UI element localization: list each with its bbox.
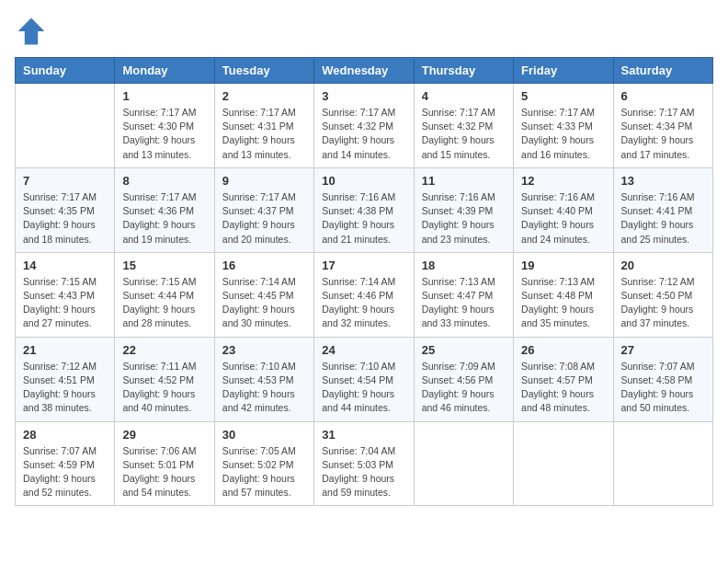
daylight-text: Daylight: 9 hours and 46 minutes. xyxy=(422,388,495,413)
sunrise-text: Sunrise: 7:12 AM xyxy=(621,276,695,287)
calendar-cell: 8 Sunrise: 7:17 AM Sunset: 4:36 PM Dayli… xyxy=(115,167,214,252)
sunset-text: Sunset: 4:58 PM xyxy=(621,374,693,385)
daylight-text: Daylight: 9 hours and 37 minutes. xyxy=(621,304,694,328)
calendar-week-row: 1 Sunrise: 7:17 AM Sunset: 4:30 PM Dayli… xyxy=(16,84,713,168)
sunset-text: Sunset: 4:30 PM xyxy=(122,121,194,132)
day-number: 9 xyxy=(222,174,306,188)
calendar-cell: 1 Sunrise: 7:17 AM Sunset: 4:30 PM Dayli… xyxy=(115,84,214,168)
sunrise-text: Sunrise: 7:07 AM xyxy=(23,445,97,456)
day-number: 18 xyxy=(422,259,506,272)
sunrise-text: Sunrise: 7:14 AM xyxy=(222,276,296,287)
sunrise-text: Sunrise: 7:07 AM xyxy=(621,361,695,372)
daylight-text: Daylight: 9 hours and 44 minutes. xyxy=(322,388,394,413)
sunrise-text: Sunrise: 7:10 AM xyxy=(322,361,395,372)
day-info: Sunrise: 7:11 AM Sunset: 4:52 PM Dayligh… xyxy=(122,360,206,416)
daylight-text: Daylight: 9 hours and 24 minutes. xyxy=(521,219,594,244)
sunset-text: Sunset: 4:59 PM xyxy=(23,459,95,470)
day-number: 2 xyxy=(222,89,306,103)
day-number: 3 xyxy=(322,89,405,103)
calendar-week-row: 21 Sunrise: 7:12 AM Sunset: 4:51 PM Dayl… xyxy=(16,337,713,421)
day-info: Sunrise: 7:12 AM Sunset: 4:51 PM Dayligh… xyxy=(23,360,107,416)
sunrise-text: Sunrise: 7:11 AM xyxy=(122,361,196,372)
sunrise-text: Sunrise: 7:17 AM xyxy=(23,191,97,202)
daylight-text: Daylight: 9 hours and 38 minutes. xyxy=(23,388,96,413)
daylight-text: Daylight: 9 hours and 17 minutes. xyxy=(621,134,694,159)
day-number: 16 xyxy=(222,259,306,272)
sunrise-text: Sunrise: 7:17 AM xyxy=(122,191,196,202)
sunrise-text: Sunrise: 7:09 AM xyxy=(422,361,495,372)
day-info: Sunrise: 7:14 AM Sunset: 4:46 PM Dayligh… xyxy=(322,275,405,331)
sunset-text: Sunset: 4:57 PM xyxy=(521,374,593,385)
sunrise-text: Sunrise: 7:15 AM xyxy=(23,276,97,287)
day-info: Sunrise: 7:06 AM Sunset: 5:01 PM Dayligh… xyxy=(122,444,206,500)
daylight-text: Daylight: 9 hours and 48 minutes. xyxy=(521,388,594,413)
sunrise-text: Sunrise: 7:16 AM xyxy=(422,191,495,202)
sunset-text: Sunset: 4:52 PM xyxy=(122,374,194,385)
day-number: 12 xyxy=(521,174,605,188)
calendar-cell: 5 Sunrise: 7:17 AM Sunset: 4:33 PM Dayli… xyxy=(514,84,613,168)
sunset-text: Sunset: 5:01 PM xyxy=(122,459,194,470)
day-info: Sunrise: 7:17 AM Sunset: 4:31 PM Dayligh… xyxy=(222,106,306,162)
daylight-text: Daylight: 9 hours and 35 minutes. xyxy=(521,304,594,328)
calendar-cell: 29 Sunrise: 7:06 AM Sunset: 5:01 PM Dayl… xyxy=(115,421,214,506)
sunset-text: Sunset: 4:48 PM xyxy=(521,290,593,301)
calendar-cell: 28 Sunrise: 7:07 AM Sunset: 4:59 PM Dayl… xyxy=(16,421,115,506)
daylight-text: Daylight: 9 hours and 21 minutes. xyxy=(322,219,394,244)
day-number: 19 xyxy=(521,259,605,272)
daylight-text: Daylight: 9 hours and 23 minutes. xyxy=(422,219,495,244)
day-info: Sunrise: 7:05 AM Sunset: 5:02 PM Dayligh… xyxy=(222,444,306,500)
sunrise-text: Sunrise: 7:13 AM xyxy=(422,276,495,287)
calendar-cell: 13 Sunrise: 7:16 AM Sunset: 4:41 PM Dayl… xyxy=(613,167,712,252)
day-number: 29 xyxy=(122,428,206,442)
daylight-text: Daylight: 9 hours and 13 minutes. xyxy=(222,134,295,159)
sunrise-text: Sunrise: 7:15 AM xyxy=(122,276,196,287)
sunrise-text: Sunrise: 7:06 AM xyxy=(122,445,196,456)
calendar-cell: 15 Sunrise: 7:15 AM Sunset: 4:44 PM Dayl… xyxy=(115,252,214,337)
calendar-cell: 7 Sunrise: 7:17 AM Sunset: 4:35 PM Dayli… xyxy=(16,167,115,252)
day-info: Sunrise: 7:14 AM Sunset: 4:45 PM Dayligh… xyxy=(222,275,306,331)
day-info: Sunrise: 7:17 AM Sunset: 4:30 PM Dayligh… xyxy=(122,106,206,162)
sunset-text: Sunset: 4:34 PM xyxy=(621,121,693,132)
sunset-text: Sunset: 4:32 PM xyxy=(322,121,393,132)
calendar-day-header: Thursday xyxy=(414,58,513,84)
sunset-text: Sunset: 5:03 PM xyxy=(322,459,393,470)
calendar-header-row: SundayMondayTuesdayWednesdayThursdayFrid… xyxy=(16,58,713,84)
calendar-cell: 11 Sunrise: 7:16 AM Sunset: 4:39 PM Dayl… xyxy=(414,167,513,252)
day-info: Sunrise: 7:16 AM Sunset: 4:38 PM Dayligh… xyxy=(322,190,405,247)
daylight-text: Daylight: 9 hours and 50 minutes. xyxy=(621,388,694,413)
day-number: 15 xyxy=(122,259,206,272)
sunrise-text: Sunrise: 7:17 AM xyxy=(422,107,495,118)
calendar-cell: 20 Sunrise: 7:12 AM Sunset: 4:50 PM Dayl… xyxy=(613,252,712,337)
sunrise-text: Sunrise: 7:12 AM xyxy=(23,361,97,372)
calendar-day-header: Wednesday xyxy=(314,58,414,84)
calendar-cell: 23 Sunrise: 7:10 AM Sunset: 4:53 PM Dayl… xyxy=(214,337,313,421)
calendar-cell: 16 Sunrise: 7:14 AM Sunset: 4:45 PM Dayl… xyxy=(214,252,313,337)
calendar-cell: 3 Sunrise: 7:17 AM Sunset: 4:32 PM Dayli… xyxy=(314,84,414,168)
sunrise-text: Sunrise: 7:04 AM xyxy=(322,445,395,456)
day-info: Sunrise: 7:07 AM Sunset: 4:59 PM Dayligh… xyxy=(23,444,107,500)
day-info: Sunrise: 7:07 AM Sunset: 4:58 PM Dayligh… xyxy=(621,360,705,416)
day-number: 11 xyxy=(422,174,506,188)
day-number: 21 xyxy=(23,343,107,357)
daylight-text: Daylight: 9 hours and 27 minutes. xyxy=(23,304,96,328)
sunrise-text: Sunrise: 7:05 AM xyxy=(222,445,296,456)
daylight-text: Daylight: 9 hours and 15 minutes. xyxy=(422,134,495,159)
sunset-text: Sunset: 5:02 PM xyxy=(222,459,294,470)
sunset-text: Sunset: 4:40 PM xyxy=(521,205,593,216)
calendar-cell: 21 Sunrise: 7:12 AM Sunset: 4:51 PM Dayl… xyxy=(16,337,115,421)
sunset-text: Sunset: 4:50 PM xyxy=(621,290,693,301)
day-info: Sunrise: 7:17 AM Sunset: 4:32 PM Dayligh… xyxy=(322,106,405,162)
sunset-text: Sunset: 4:38 PM xyxy=(322,205,393,216)
day-number: 1 xyxy=(122,89,206,103)
day-info: Sunrise: 7:17 AM Sunset: 4:33 PM Dayligh… xyxy=(521,106,605,162)
day-info: Sunrise: 7:17 AM Sunset: 4:35 PM Dayligh… xyxy=(23,190,107,247)
day-info: Sunrise: 7:09 AM Sunset: 4:56 PM Dayligh… xyxy=(422,360,506,416)
calendar-cell: 2 Sunrise: 7:17 AM Sunset: 4:31 PM Dayli… xyxy=(214,84,313,168)
day-info: Sunrise: 7:16 AM Sunset: 4:41 PM Dayligh… xyxy=(621,190,705,247)
sunset-text: Sunset: 4:39 PM xyxy=(422,205,494,216)
logo xyxy=(15,15,51,48)
sunset-text: Sunset: 4:35 PM xyxy=(23,205,95,216)
calendar-cell xyxy=(514,421,613,506)
calendar-cell: 14 Sunrise: 7:15 AM Sunset: 4:43 PM Dayl… xyxy=(16,252,115,337)
day-info: Sunrise: 7:08 AM Sunset: 4:57 PM Dayligh… xyxy=(521,360,605,416)
